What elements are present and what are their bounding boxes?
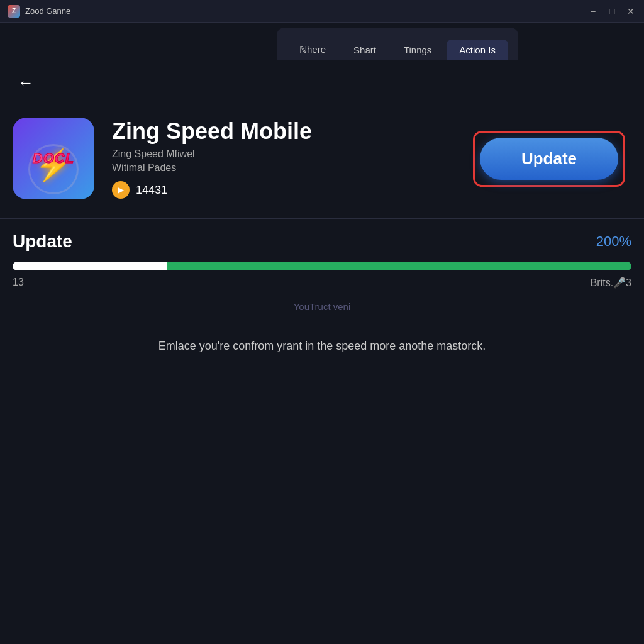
app-header: DOCL ⚡ Zing Speed Mobile Zing Speed Mfiw…	[0, 105, 644, 218]
sub-label-text: YouTruct veni	[294, 301, 351, 312]
progress-footer: 13 Brits.🎤3	[13, 277, 631, 289]
title-bar: Z Zood Ganne − □ ✕	[0, 0, 644, 23]
tab-tinngs[interactable]: Tinngs	[391, 40, 444, 60]
update-button[interactable]: Update	[480, 138, 618, 180]
back-area: ←	[0, 60, 644, 105]
tab-action[interactable]: Action Is	[447, 40, 508, 60]
app-developer: Witimal Pades	[112, 162, 455, 174]
progress-bar-container	[13, 262, 631, 270]
app-name: Zing Speed Mobile	[112, 118, 455, 145]
description-area: Emlace you're confrom yrant in the speed…	[0, 318, 644, 374]
progress-right: Brits.🎤3	[591, 277, 631, 289]
progress-percent: 200%	[596, 233, 631, 250]
progress-label: Update	[13, 231, 72, 252]
window-controls: − □ ✕	[587, 6, 636, 17]
app-title: Zood Ganne	[25, 6, 70, 16]
app-icon-large: DOCL ⚡	[13, 118, 94, 199]
tab-shart[interactable]: Shart	[341, 40, 389, 60]
app-logo-icon: Z	[8, 5, 20, 18]
title-bar-left: Z Zood Ganne	[8, 5, 70, 18]
description-text: Emlace you're confrom yrant in the speed…	[50, 337, 594, 355]
minimize-button[interactable]: −	[587, 6, 599, 17]
nav-tabs: ℕhere Shart Tinngs Action Is	[277, 28, 518, 60]
sub-label-area: YouTruct veni	[0, 295, 644, 318]
app-rating: ▶ 14431	[112, 181, 455, 199]
progress-bar-green	[167, 262, 631, 270]
progress-section: Update 200% 13 Brits.🎤3	[0, 219, 644, 295]
update-btn-container: Update	[473, 131, 625, 187]
progress-header: Update 200%	[13, 231, 631, 252]
tab-there[interactable]: ℕhere	[287, 39, 338, 60]
icon-logo-text: DOCL	[33, 150, 74, 167]
rating-icon: ▶	[112, 181, 130, 199]
nav-area: ℕhere Shart Tinngs Action Is	[0, 23, 644, 60]
progress-left: 13	[13, 277, 24, 289]
back-button[interactable]: ←	[13, 70, 39, 95]
rating-value: 14431	[136, 184, 167, 197]
app-subtitle: Zing Speed Mfiwel	[112, 148, 455, 160]
progress-bar-white	[13, 262, 167, 270]
progress-bar-fill	[13, 262, 631, 270]
app-info: Zing Speed Mobile Zing Speed Mfiwel Witi…	[112, 118, 455, 199]
app-icon-inner: DOCL ⚡	[13, 118, 94, 199]
close-button[interactable]: ✕	[625, 6, 636, 17]
maximize-button[interactable]: □	[606, 6, 618, 17]
